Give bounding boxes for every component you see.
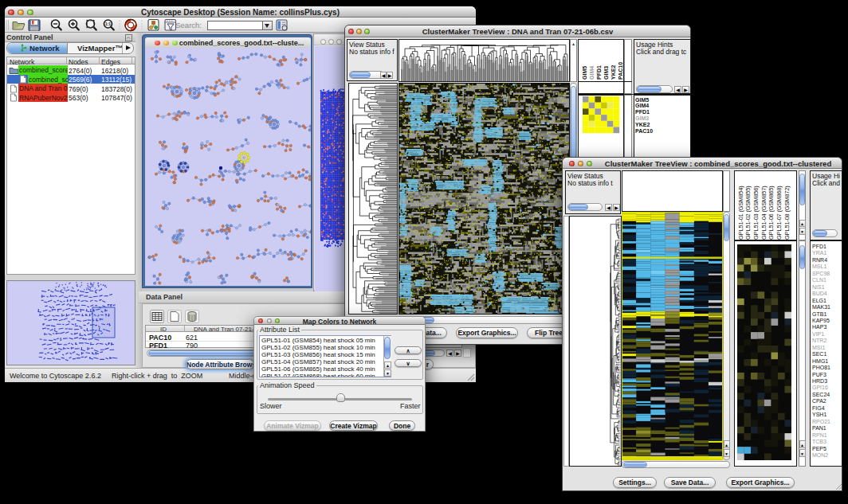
svg-text:Search:: Search: bbox=[175, 21, 202, 29]
svg-text:1:1: 1:1 bbox=[105, 21, 111, 26]
